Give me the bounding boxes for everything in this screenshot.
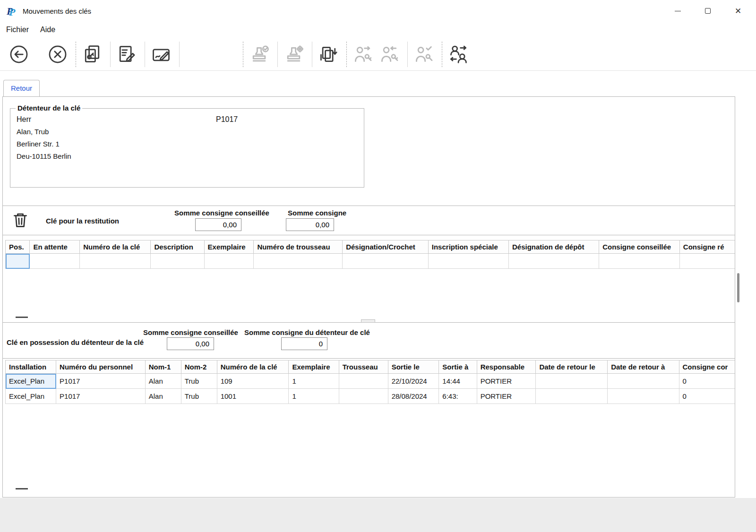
column-header[interactable]: Exemplaire [289,360,339,374]
minimize-button[interactable] [662,0,693,22]
table-cell[interactable] [30,254,80,269]
back-button[interactable] [7,41,31,68]
key-return-button[interactable] [377,41,402,68]
table-cell[interactable] [608,374,679,389]
column-header[interactable]: Numéro du personnel [56,360,146,374]
table-cell[interactable]: Excel_Plan [6,389,56,404]
menu-aide[interactable]: Aide [40,26,55,34]
holder-deposit-input[interactable] [281,337,327,350]
column-header[interactable]: Responsable [477,360,536,374]
vertical-scrollbar-thumb[interactable] [737,273,739,302]
stamp-settings-button[interactable] [282,41,306,68]
table-cell[interactable] [536,389,608,404]
table-cell[interactable]: 1001 [217,389,289,404]
table-cell[interactable] [536,374,608,389]
possession-section-label: Clé en possession du détenteur de la clé [7,338,144,346]
signature-button[interactable] [149,41,173,68]
table-cell[interactable]: 22/10/2024 [388,374,439,389]
column-header[interactable]: Numéro de la clé [80,240,151,254]
key-handout-button[interactable] [351,41,375,68]
column-header[interactable]: Inscription spéciale [428,240,508,254]
column-header[interactable]: Numéro de trousseau [254,240,343,254]
column-header[interactable]: Date de retour le [536,360,608,374]
table-cell[interactable] [599,254,680,269]
stamp-approve-button[interactable] [247,41,272,68]
table-cell[interactable]: 109 [217,374,289,389]
possession-table: InstallationNuméro du personnelNom-1Nom-… [5,360,735,404]
table-cell[interactable]: Excel_Plan [6,374,56,389]
table-cell[interactable]: Alan [145,374,181,389]
table-cell[interactable]: 0 [679,374,735,389]
table-cell[interactable]: 14:44 [439,374,477,389]
column-header[interactable]: Nom-2 [181,360,217,374]
tab-row: Retour [3,80,40,97]
key-verify-icon [413,44,434,65]
table-cell[interactable]: PORTIER [477,374,536,389]
restitution-section-label: Clé pour la restitution [46,217,119,225]
column-header[interactable]: Date de retour à [608,360,679,374]
column-header[interactable]: Installation [6,360,56,374]
column-header[interactable]: Nom-1 [145,360,181,374]
column-header[interactable]: Sortie le [388,360,439,374]
column-header[interactable]: Consigne cor [679,360,735,374]
column-header[interactable]: Trousseau [339,360,388,374]
column-header[interactable]: Numéro de la clé [217,360,289,374]
table-cell[interactable]: Trub [181,389,217,404]
table-cell[interactable]: Alan [145,389,181,404]
column-header[interactable]: Pos. [6,240,30,254]
back-icon [9,44,29,65]
table-cell[interactable] [343,254,429,269]
table-cell[interactable] [151,254,204,269]
menu-fichier[interactable]: Fichier [6,26,29,34]
table-cell[interactable]: PORTIER [477,389,536,404]
table-cell[interactable] [679,254,735,269]
column-header[interactable]: En attente [30,240,80,254]
card-exchange-button[interactable] [316,41,341,68]
column-header[interactable]: Désignation/Crochet [343,240,429,254]
close-button[interactable]: ✕ [723,0,753,22]
table-cell[interactable] [428,254,508,269]
table-cell[interactable] [6,254,30,269]
table-cell[interactable] [608,389,679,404]
table-cell[interactable] [339,389,388,404]
column-header[interactable]: Consigne ré [679,240,735,254]
tab-retour[interactable]: Retour [3,80,40,96]
toolbar-separator [145,42,145,67]
column-header[interactable]: Description [151,240,204,254]
table-cell[interactable] [80,254,151,269]
resize-handle[interactable] [16,317,28,318]
resize-handle[interactable] [16,488,28,489]
edit-record-button[interactable] [114,41,139,68]
table-cell[interactable] [508,254,599,269]
table-cell[interactable]: 28/08/2024 [388,389,439,404]
table-cell[interactable]: P1017 [56,374,146,389]
table-cell[interactable]: Trub [181,374,217,389]
column-header[interactable]: Désignation de dépôt [508,240,599,254]
toolbar-separator [76,42,76,67]
trash-button[interactable] [11,211,29,231]
cancel-button[interactable] [45,41,70,68]
table-cell[interactable]: 1 [289,389,339,404]
table-cell[interactable]: 6:43: [439,389,477,404]
deposit-sum-input[interactable] [286,218,334,231]
possession-recommended-input[interactable] [167,337,214,350]
table-cell[interactable]: 0 [679,389,735,404]
table-cell[interactable] [204,254,254,269]
toolbar-separator [346,42,347,67]
table-cell[interactable] [339,374,388,389]
maximize-icon [705,8,711,14]
clipboard-key-button[interactable] [80,41,104,68]
splitter-grip[interactable] [361,319,375,323]
clipboard-key-icon [82,44,103,65]
table-cell[interactable]: P1017 [56,389,146,404]
column-header[interactable]: Consigne conseillée [599,240,680,254]
table-cell[interactable] [254,254,343,269]
table-cell[interactable]: 1 [289,374,339,389]
person-transfer-button[interactable] [446,41,471,68]
maximize-button[interactable] [693,0,723,22]
titlebar: PP Mouvements des clés ✕ [0,0,756,22]
key-verify-button[interactable] [412,41,436,68]
column-header[interactable]: Exemplaire [204,240,254,254]
recommended-deposit-input[interactable] [195,218,241,231]
column-header[interactable]: Sortie à [439,360,477,374]
